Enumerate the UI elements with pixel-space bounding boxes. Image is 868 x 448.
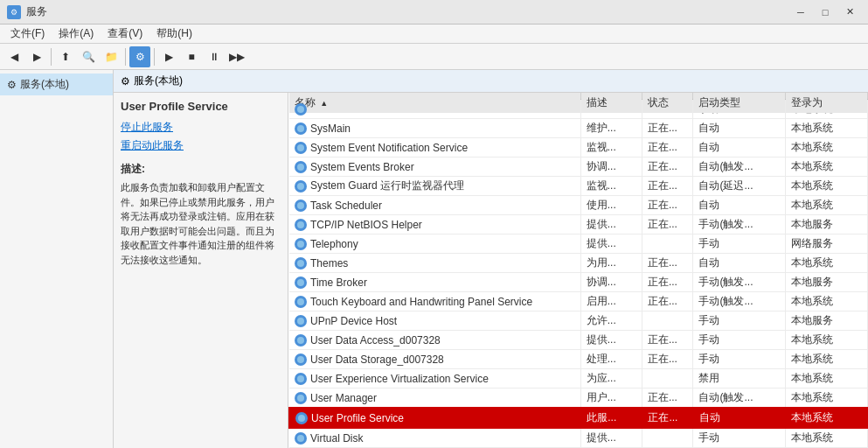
service-icon	[295, 122, 307, 135]
toolbar-play[interactable]: ▶	[158, 46, 179, 67]
restart-service-link[interactable]: 重启动此服务	[121, 138, 281, 153]
table-row[interactable]: SysMain维护...正在...自动本地系统	[289, 119, 867, 138]
cell-desc: 用户...	[580, 388, 642, 409]
col-header-startup[interactable]: 启动类型	[693, 93, 785, 114]
left-panel-item-local[interactable]: ⚙ 服务(本地)	[0, 74, 113, 95]
table-row[interactable]: System Guard 运行时监视器代理监视...正在...自动(延迟...本…	[289, 177, 867, 196]
toolbar-folders[interactable]: 📁	[101, 46, 122, 67]
table-row[interactable]: UPnP Device Host允许...手动本地服务	[289, 312, 867, 331]
cell-name: User Profile Service	[289, 408, 580, 428]
table-row[interactable]: Telephony提供...手动网络服务	[289, 234, 867, 254]
cell-login: 本地系统	[785, 196, 867, 215]
right-panel-header: ⚙ 服务(本地)	[114, 70, 868, 93]
cell-desc: 为用...	[580, 254, 642, 273]
table-row[interactable]: User Manager用户...正在...自动(触发...本地系统	[289, 388, 867, 409]
services-table-container[interactable]: 名称 ▲ 描述 状态 启动类型 登录为 SwitchBoard手动本地系统Sys…	[288, 93, 868, 448]
cell-name: Telephony	[289, 234, 580, 254]
menu-file[interactable]: 文件(F)	[3, 24, 52, 43]
cell-startup: 自动	[693, 119, 785, 138]
toolbar: ◀ ▶ ⬆ 🔍 📁 ⚙ ▶ ■ ⏸ ▶▶	[0, 44, 868, 70]
toolbar-pause[interactable]: ⏸	[204, 46, 225, 67]
cell-status: 正在...	[642, 177, 693, 196]
table-row[interactable]: Themes为用...正在...自动本地系统	[289, 254, 867, 273]
table-row[interactable]: Virtual Disk提供...手动本地系统	[289, 428, 867, 448]
toolbar-service-icon[interactable]: ⚙	[129, 46, 150, 67]
sort-arrow: ▲	[320, 99, 328, 108]
cell-desc: 监视...	[580, 177, 642, 196]
table-row[interactable]: System Events Broker协调...正在...自动(触发...本地…	[289, 158, 867, 177]
cell-startup: 自动	[693, 138, 785, 158]
toolbar-search[interactable]: 🔍	[78, 46, 99, 67]
services-table: 名称 ▲ 描述 状态 启动类型 登录为 SwitchBoard手动本地系统Sys…	[288, 93, 868, 448]
table-row[interactable]: User Data Storage_d007328处理...正在...手动本地系…	[289, 350, 867, 369]
cell-login: 本地系统	[785, 388, 867, 409]
menu-help[interactable]: 帮助(H)	[149, 24, 199, 43]
cell-desc: 提供...	[580, 215, 642, 234]
col-header-login[interactable]: 登录为	[785, 93, 867, 114]
toolbar-stop[interactable]: ■	[181, 46, 202, 67]
cell-startup: 手动	[693, 234, 785, 254]
cell-startup: 自动	[693, 196, 785, 215]
cell-login: 本地系统	[785, 177, 867, 196]
cell-startup: 手动	[693, 350, 785, 369]
cell-name: SysMain	[289, 119, 580, 138]
stop-service-link[interactable]: 停止此服务	[121, 120, 281, 135]
cell-desc: 使用...	[580, 196, 642, 215]
service-icon	[295, 315, 307, 327]
service-title: User Profile Service	[121, 100, 281, 113]
table-row[interactable]: Touch Keyboard and Handwriting Panel Ser…	[289, 292, 867, 312]
cell-login: 本地系统	[785, 138, 867, 158]
service-icon	[295, 200, 307, 212]
menu-view[interactable]: 查看(V)	[101, 24, 149, 43]
table-row[interactable]: User Profile Service此服...正在...自动本地系统	[289, 408, 867, 428]
cell-desc: 处理...	[580, 350, 642, 369]
close-button[interactable]: ✕	[838, 4, 861, 21]
cell-status: 正在...	[642, 273, 693, 292]
table-row[interactable]: System Event Notification Service监视...正在…	[289, 138, 867, 158]
cell-startup: 手动(触发...	[693, 292, 785, 312]
toolbar-back[interactable]: ◀	[3, 46, 24, 67]
cell-login: 本地系统	[785, 369, 867, 388]
left-panel-label: 服务(本地)	[20, 77, 69, 92]
table-row[interactable]: TCP/IP NetBIOS Helper提供...正在...手动(触发...本…	[289, 215, 867, 234]
toolbar-up[interactable]: ⬆	[55, 46, 76, 67]
service-icon	[295, 412, 308, 424]
maximize-button[interactable]: □	[814, 4, 837, 21]
col-header-desc[interactable]: 描述	[580, 93, 642, 114]
service-description-panel: User Profile Service 停止此服务 重启动此服务 描述: 此服…	[114, 93, 288, 448]
col-header-name[interactable]: 名称 ▲	[289, 93, 580, 114]
col-header-status[interactable]: 状态	[642, 93, 693, 114]
cell-name: System Event Notification Service	[289, 138, 580, 158]
cell-login: 本地系统	[785, 408, 867, 428]
left-panel: ⚙ 服务(本地)	[0, 70, 114, 448]
title-bar: ⚙ 服务 ─ □ ✕	[0, 0, 868, 24]
cell-name: User Data Storage_d007328	[289, 350, 580, 369]
cell-startup: 自动	[693, 408, 785, 428]
cell-desc: 协调...	[580, 158, 642, 177]
menu-bar: 文件(F) 操作(A) 查看(V) 帮助(H)	[0, 24, 868, 44]
cell-status: 正在...	[642, 292, 693, 312]
cell-startup: 自动(触发...	[693, 158, 785, 177]
cell-login: 本地服务	[785, 273, 867, 292]
menu-action[interactable]: 操作(A)	[52, 24, 101, 43]
cell-desc: 为应...	[580, 369, 642, 388]
service-icon	[295, 354, 307, 366]
table-row[interactable]: User Experience Virtualization Service为应…	[289, 369, 867, 388]
cell-desc: 维护...	[580, 119, 642, 138]
right-panel: ⚙ 服务(本地) User Profile Service 停止此服务 重启动此…	[114, 70, 868, 448]
table-row[interactable]: User Data Access_d007328提供...正在...手动本地系统	[289, 331, 867, 350]
minimize-button[interactable]: ─	[789, 4, 812, 21]
table-row[interactable]: Task Scheduler使用...正在...自动本地系统	[289, 196, 867, 215]
cell-startup: 手动(触发...	[693, 273, 785, 292]
cell-status	[642, 312, 693, 331]
cell-login: 网络服务	[785, 234, 867, 254]
cell-status: 正在...	[642, 215, 693, 234]
toolbar-restart[interactable]: ▶▶	[226, 46, 247, 67]
cell-login: 本地系统	[785, 428, 867, 448]
table-row[interactable]: Time Broker协调...正在...手动(触发...本地服务	[289, 273, 867, 292]
service-icon	[295, 257, 307, 270]
cell-name: User Data Access_d007328	[289, 331, 580, 350]
cell-desc: 提供...	[580, 428, 642, 448]
toolbar-forward[interactable]: ▶	[26, 46, 47, 67]
service-icon	[295, 180, 307, 192]
